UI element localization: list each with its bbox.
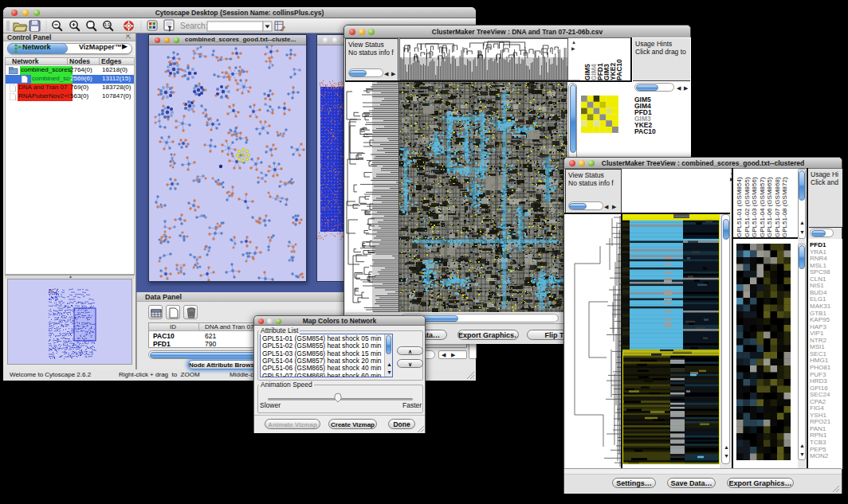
svg-text:Search:: Search:: [180, 21, 207, 30]
svg-text:1:1: 1:1: [104, 22, 110, 27]
